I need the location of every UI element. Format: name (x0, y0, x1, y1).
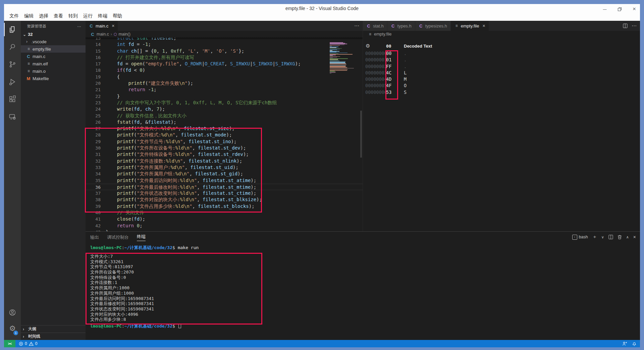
menu-item-转到[interactable]: 转到 (66, 12, 80, 20)
code-line-14[interactable]: 14 int fd = -1; (86, 41, 363, 48)
account-icon[interactable] (4, 305, 21, 320)
hex-row-00000004[interactable]: 000000044DM (363, 76, 640, 82)
code-line-13[interactable]: 13 struct stat filestat; (86, 38, 363, 41)
code-line-34[interactable]: 34 printf("文件所属用户组:%d\n", filestat.st_gi… (86, 171, 363, 177)
tab-main.c[interactable]: C main.c × (86, 21, 118, 31)
feedback-icon[interactable] (622, 341, 627, 346)
code-line-35[interactable]: 35 printf("文件最后访问时间:%ld\n", filestat.st_… (86, 177, 363, 184)
more-actions-icon[interactable]: ⋯ (354, 23, 359, 29)
panel-tab-终端[interactable]: 终端 (137, 233, 146, 241)
more-actions-icon[interactable]: ⋯ (632, 23, 637, 29)
code-line-22[interactable]: 22 } (86, 93, 363, 100)
explorer-item-empty.file[interactable]: ≡empty.file (21, 45, 86, 53)
hex-byte[interactable]: 4C (386, 70, 391, 76)
code-line-24[interactable]: 24 write(fd, ch, 7); (86, 106, 363, 112)
explorer-item-main.c[interactable]: Cmain.c (21, 53, 86, 60)
explorer-item-main.elf[interactable]: ≡main.elf (21, 60, 86, 67)
explorer-more-icon[interactable]: ⋯ (77, 24, 82, 29)
code-line-17[interactable]: 17 fd = open("empty.file", O_RDWR|O_CREA… (86, 61, 363, 67)
trash-icon[interactable] (618, 235, 622, 239)
close-icon[interactable]: × (112, 23, 114, 28)
editor-scrollbar[interactable] (360, 111, 362, 158)
shell-picker[interactable]: › bash (572, 235, 588, 240)
settings-gear-icon[interactable]: ⚙ 1 (4, 321, 21, 336)
code-line-37[interactable]: 37 printf("文件状态改变时间:%ld\n", filestat.st_… (86, 190, 363, 196)
close-panel-icon[interactable]: × (633, 234, 636, 240)
tab-empty.file[interactable]: ≡empty.file× (451, 21, 489, 31)
hex-byte[interactable]: FF (386, 63, 391, 70)
hex-settings-gear-icon[interactable]: ⚙ (366, 43, 370, 49)
hex-row-00000000[interactable]: 0000000000. (363, 50, 640, 57)
remote-explorer-icon[interactable] (4, 108, 21, 125)
hex-byte[interactable]: 01 (386, 57, 391, 63)
code-line-16[interactable]: 16 // 打开并建立文件,所有用户可读写 (86, 54, 363, 61)
breadcrumb-file[interactable]: empty.file (374, 32, 392, 37)
run-debug-icon[interactable] (4, 73, 21, 91)
code-line-40[interactable]: 40 // 关闭文件 (86, 210, 363, 216)
hex-byte[interactable]: 4D (386, 76, 391, 82)
hex-row-00000001[interactable]: 0000000101. (363, 57, 640, 63)
problems-status[interactable]: 0 0 (19, 341, 37, 346)
code-line-23[interactable]: 23 // 向文件中写入7个字节, 0, 1, 0xff, L, M, O, S… (86, 100, 363, 106)
explorer-item-main.o[interactable]: ≡main.o (21, 67, 86, 75)
split-terminal-icon[interactable] (608, 235, 613, 239)
terminal[interactable]: lmos@lmos-PC:~/计算机基础/code/32$ make run 文… (90, 245, 639, 340)
code-line-29[interactable]: 29 printf("文件节点号:%ld\n", filestat.st_ino… (86, 138, 363, 145)
tab-stat.h[interactable]: Cstat.h (363, 21, 387, 31)
maximize-panel-icon[interactable]: ∧ (626, 235, 629, 239)
timeline-section[interactable]: › 时间线 (21, 333, 86, 340)
menu-item-帮助[interactable]: 帮助 (110, 12, 125, 20)
code-line-39[interactable]: 39 printf("文件占用多少块:%ld\n", filestat.st_b… (86, 203, 363, 210)
hex-byte[interactable]: 4F (386, 82, 391, 89)
menu-item-文件[interactable]: 文件 (7, 12, 21, 20)
breadcrumb-symbol[interactable]: main() (118, 32, 130, 37)
code-line-41[interactable]: 41 close(fd); (86, 216, 363, 222)
explorer-item-Makefile[interactable]: MMakefile (21, 75, 86, 82)
source-control-icon[interactable] (4, 56, 21, 73)
notifications-bell-icon[interactable] (632, 341, 637, 346)
minimize-button[interactable]: ─ (602, 7, 607, 11)
code-line-30[interactable]: 30 printf("文件所在设备号:%ld\n", filestat.st_d… (86, 145, 363, 151)
menu-item-编辑[interactable]: 编辑 (21, 12, 36, 20)
explorer-icon[interactable] (4, 21, 21, 38)
menu-item-选择[interactable]: 选择 (36, 12, 51, 20)
code-line-33[interactable]: 33 printf("文件所属用户:%d\n", filestat.st_uid… (86, 164, 363, 171)
code-line-26[interactable]: 26 fstat(fd, &filestat); (86, 119, 363, 125)
code-line-31[interactable]: 31 printf("文件特殊设备号:%ld\n", filestat.st_r… (86, 151, 363, 158)
code-line-36[interactable]: 36 printf("文件最后修改时间:%ld\n", filestat.st_… (86, 184, 363, 190)
hex-byte[interactable]: 00 (386, 50, 391, 57)
panel-tab-调试控制台[interactable]: 调试控制台 (107, 234, 129, 240)
menu-item-查看[interactable]: 查看 (51, 12, 66, 20)
code-line-21[interactable]: 21 return -1; (86, 86, 363, 93)
code-line-32[interactable]: 32 printf("文件连接数:%ld\n", filestat.st_nli… (86, 158, 363, 164)
panel-tab-输出[interactable]: 输出 (90, 234, 99, 240)
restore-button[interactable] (617, 7, 622, 11)
code-line-42[interactable]: 42 return 0; (86, 223, 363, 229)
code-line-19[interactable]: 19 { (86, 74, 363, 80)
breadcrumb-file[interactable]: main.c (97, 32, 109, 37)
code-line-27[interactable]: 27 printf("文件大小:%ld\n", filestat.st_size… (86, 125, 363, 132)
code-line-15[interactable]: 15 char ch[] = {0, 1, 0xff, 'L', 'M', 'O… (86, 48, 363, 54)
code-line-38[interactable]: 38 printf("文件对应的块大小:%ld\n", filestat.st_… (86, 196, 363, 203)
code-line-18[interactable]: 18 if(fd < 0) (86, 67, 363, 73)
hex-editor[interactable]: ⚙ 00 Decoded Text 0000000000.0000000101.… (363, 38, 640, 231)
close-button[interactable]: × (632, 7, 637, 11)
extensions-icon[interactable] (4, 91, 21, 108)
close-icon[interactable]: × (482, 23, 485, 28)
code-line-43[interactable]: 43} (86, 229, 363, 231)
hex-row-00000003[interactable]: 000000034CL (363, 70, 640, 76)
chevron-down-icon[interactable]: ∨ (601, 235, 604, 239)
tab-typesizes.h[interactable]: Ctypesizes.h (415, 21, 451, 31)
code-editor[interactable]: 13 struct stat filestat;14 int fd = -1;1… (86, 38, 363, 231)
minimap[interactable] (330, 42, 354, 74)
code-line-20[interactable]: 20 printf("建立文件失败\n"); (86, 80, 363, 86)
remote-indicator[interactable]: >< (4, 340, 15, 347)
hex-row-00000002[interactable]: 00000002FF. (363, 63, 640, 70)
menu-item-运行[interactable]: 运行 (80, 12, 95, 20)
outline-section[interactable]: › 大纲 (21, 325, 86, 333)
hex-row-00000006[interactable]: 0000000653S (363, 89, 640, 96)
code-line-28[interactable]: 28 printf("文件模式:%d\n", filestat.st_mode)… (86, 132, 363, 138)
tab-types.h[interactable]: Ctypes.h (387, 21, 415, 31)
split-editor-icon[interactable] (623, 23, 628, 28)
new-terminal-icon[interactable]: ＋ (592, 234, 597, 240)
